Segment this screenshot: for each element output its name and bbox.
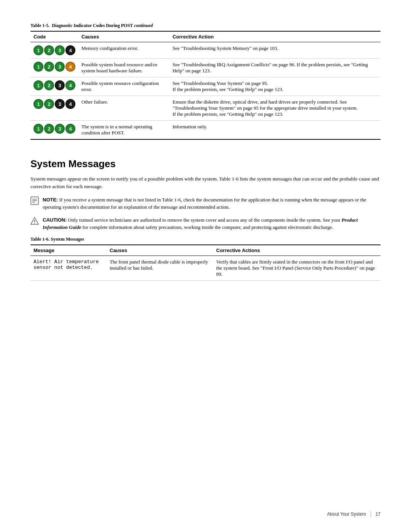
led-indicator: 1 <box>33 80 43 90</box>
table-row: 1234Other failure.Ensure that the disket… <box>30 96 381 121</box>
led-indicator: 2 <box>44 62 54 72</box>
led-indicator: 4 <box>65 62 75 72</box>
led-indicator: 2 <box>44 124 54 134</box>
msg-table-section: Table 1-6. System Messages Message Cause… <box>30 236 381 281</box>
caution-icon <box>30 217 39 231</box>
note-text: NOTE: If you receive a system message th… <box>43 196 381 211</box>
msg-causes-cell: The front panel thermal diode cable is i… <box>107 256 213 280</box>
system-messages-table: Message Causes Corrective Actions Alert!… <box>30 244 381 281</box>
page-number: 17 <box>376 511 381 517</box>
table-row: 1234Memory configuration error.See "Trou… <box>30 42 381 59</box>
footer-divider <box>371 511 371 517</box>
table-row: 1234Possible system resource configurati… <box>30 77 381 96</box>
action-cell: See "Troubleshooting IRQ Assignment Conf… <box>169 59 381 77</box>
led-indicator: 2 <box>44 99 54 109</box>
action-cell: See "Troubleshooting Your System" on pag… <box>169 77 381 96</box>
led-indicator: 1 <box>33 99 43 109</box>
col-code: Code <box>30 31 78 42</box>
msg-col-causes: Causes <box>107 245 213 256</box>
table-row: Alert! Air temperaturesensor not detecte… <box>30 256 381 280</box>
causes-cell: Other failure. <box>78 96 169 121</box>
led-indicator: 3 <box>55 99 65 109</box>
led-indicator: 1 <box>33 45 43 55</box>
action-cell: See "Troubleshooting System Memory" on p… <box>169 42 381 59</box>
led-code-cell: 1234 <box>30 77 78 96</box>
causes-cell: Possible system board resource and/or sy… <box>78 59 169 77</box>
led-code-cell: 1234 <box>30 121 78 140</box>
table-row: 1234Possible system board resource and/o… <box>30 59 381 77</box>
section-heading: System Messages <box>30 158 381 170</box>
action-cell: Information only. <box>169 121 381 140</box>
msg-table-caption: Table 1-6. System Messages <box>30 236 381 242</box>
intro-paragraph: System messages appear on the screen to … <box>30 175 381 191</box>
led-code-cell: 1234 <box>30 96 78 121</box>
caution-box: CAUTION: Only trained service technician… <box>30 216 381 231</box>
led-indicator: 3 <box>55 80 65 90</box>
action-cell: Ensure that the diskette drive, optical … <box>169 96 381 121</box>
led-indicator: 2 <box>44 80 54 90</box>
msg-col-message: Message <box>30 245 107 256</box>
diagnostic-table: Code Causes Corrective Action 1234Memory… <box>30 31 381 140</box>
table-row: 1234The system is in a normal operating … <box>30 121 381 140</box>
causes-cell: The system is in a normal operating cond… <box>78 121 169 140</box>
page-footer: About Your System 17 <box>327 511 381 517</box>
msg-action-cell: Verify that cables are firmly seated in … <box>213 256 381 280</box>
note-box: NOTE: If you receive a system message th… <box>30 196 381 211</box>
diag-table-section: Table 1-5. Diagnostic Indicator Codes Du… <box>30 23 381 140</box>
led-indicator: 1 <box>33 124 43 134</box>
col-action: Corrective Action <box>169 31 381 42</box>
footer-section: About Your System <box>327 511 366 517</box>
message-cell: Alert! Air temperaturesensor not detecte… <box>30 256 107 280</box>
led-code-cell: 1234 <box>30 59 78 77</box>
causes-cell: Possible system resource configuration e… <box>78 77 169 96</box>
svg-point-6 <box>34 223 35 224</box>
led-indicator: 4 <box>65 124 75 134</box>
note-icon <box>30 197 39 211</box>
led-indicator: 4 <box>65 45 75 55</box>
col-causes: Causes <box>78 31 169 42</box>
led-indicator: 3 <box>55 62 65 72</box>
led-indicator: 3 <box>55 45 65 55</box>
led-indicator: 3 <box>55 124 65 134</box>
led-indicator: 1 <box>33 62 43 72</box>
causes-cell: Memory configuration error. <box>78 42 169 59</box>
led-indicator: 4 <box>65 99 75 109</box>
led-code-cell: 1234 <box>30 42 78 59</box>
msg-col-actions: Corrective Actions <box>213 245 381 256</box>
led-indicator: 2 <box>44 45 54 55</box>
led-indicator: 4 <box>65 80 75 90</box>
diag-table-caption: Table 1-5. Diagnostic Indicator Codes Du… <box>30 23 381 29</box>
caution-text: CAUTION: Only trained service technician… <box>43 216 381 231</box>
